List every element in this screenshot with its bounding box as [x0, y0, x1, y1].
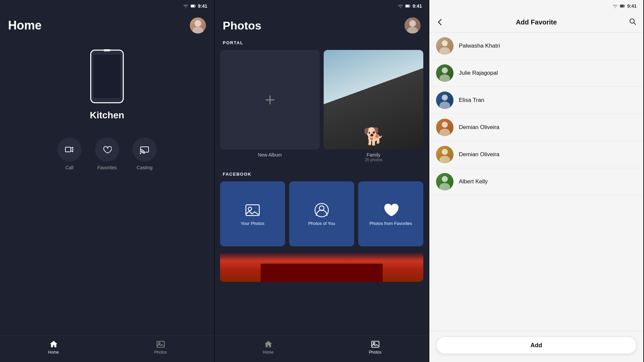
nav-photos-label-2: Photos [369, 350, 381, 355]
user-avatar-home[interactable] [190, 17, 206, 34]
family-album-card[interactable]: Family 35 photos [324, 50, 423, 162]
battery-icon-3 [620, 4, 625, 8]
your-photos-label: Your Photos [238, 221, 267, 226]
contact-albert[interactable]: Albert Kelly [429, 168, 643, 195]
albums-row: New Album Family 35 photos [220, 49, 423, 168]
name-elisa: Elisa Tran [459, 97, 484, 104]
svg-rect-1 [191, 5, 194, 7]
nav-home-label: Home [48, 350, 59, 355]
home-nav-icon [49, 340, 58, 349]
heart-icon [102, 145, 112, 154]
facebook-grid: Your Photos Photos of You Photos from Fa… [220, 180, 423, 252]
avatar-elisa [436, 92, 453, 109]
casting-label: Casting [137, 165, 152, 170]
svg-point-9 [158, 342, 160, 344]
silhouette-julie [436, 64, 453, 82]
avatar-palwasha [436, 37, 453, 55]
photos-screen: 9:41 Photos PORTAL New Albu [215, 0, 429, 362]
avatar-julie [436, 64, 453, 82]
user-avatar-photos[interactable] [405, 17, 421, 34]
photos-nav-icon-active [371, 340, 380, 349]
avatar-albert [436, 173, 453, 190]
photos-from-favorites-card[interactable]: Photos from Favorites [358, 181, 423, 246]
status-icons-fav: 9:41 [612, 3, 637, 9]
nav-home-2[interactable]: Home [215, 340, 322, 355]
svg-point-22 [373, 342, 375, 344]
svg-point-7 [140, 153, 141, 154]
svg-rect-12 [410, 6, 410, 7]
status-icons-home: 9:41 [183, 3, 207, 9]
svg-point-4 [193, 27, 203, 34]
photos-from-favorites-label: Photos from Favorites [367, 221, 415, 226]
wifi-icon-3 [612, 4, 618, 8]
svg-rect-24 [621, 5, 624, 7]
call-button[interactable]: Call [57, 137, 82, 170]
contact-demian1[interactable]: Demian Oliveira [429, 114, 643, 141]
back-button[interactable] [436, 18, 444, 26]
svg-rect-21 [372, 341, 379, 347]
nav-home-active[interactable]: Home [0, 340, 107, 355]
svg-point-35 [439, 129, 450, 136]
status-time-fav: 9:41 [627, 3, 637, 9]
casting-button-circle [132, 137, 157, 162]
contact-julie[interactable]: Julie Rajagopal [429, 60, 643, 87]
avatar-image-home [190, 17, 206, 34]
silhouette-albert [436, 173, 453, 190]
silhouette-elisa [436, 92, 453, 109]
nav-photos[interactable]: Photos [107, 340, 214, 355]
facebook-section-label: FACEBOOK [220, 168, 423, 180]
device-name-label: Kitchen [90, 110, 124, 121]
svg-point-33 [439, 102, 450, 109]
contact-demian2[interactable]: Demian Oliveira [429, 141, 643, 168]
photos-of-you-icon [314, 202, 330, 218]
status-icons-photos: 9:41 [398, 3, 422, 9]
photos-of-you-card[interactable]: Photos of You [289, 181, 354, 246]
svg-point-18 [248, 207, 252, 210]
svg-point-13 [409, 20, 416, 27]
name-demian1: Demian Oliveira [459, 124, 499, 131]
search-button[interactable] [629, 17, 637, 27]
add-favorite-screen: 9:41 Add Favorite [429, 0, 644, 362]
svg-line-27 [634, 23, 636, 25]
photos-header: Photos [215, 12, 429, 36]
call-button-circle [57, 137, 82, 162]
search-icon [629, 17, 637, 25]
status-time-home: 9:41 [198, 3, 207, 9]
video-call-icon [65, 145, 74, 154]
photos-content: PORTAL New Album Family 35 photos [215, 36, 429, 362]
your-photos-card[interactable]: Your Photos [220, 181, 285, 246]
contact-palwasha[interactable]: Palwasha Khatri [429, 33, 643, 60]
nav-photos-active[interactable]: Photos [322, 340, 429, 355]
casting-button[interactable]: Casting [132, 137, 157, 170]
back-arrow-icon [436, 18, 444, 26]
add-button-container: Add [429, 331, 643, 362]
photos-of-you-label: Photos of You [306, 221, 338, 226]
home-header: Home [0, 12, 214, 36]
svg-point-36 [442, 149, 448, 155]
portal-section-label: PORTAL [220, 36, 423, 49]
favorites-label: Favorites [97, 165, 117, 170]
bottom-nav-photos: Home Photos [215, 335, 429, 362]
contact-elisa[interactable]: Elisa Tran [429, 87, 643, 114]
avatar-image-photos [405, 17, 421, 34]
new-album-card[interactable]: New Album [220, 50, 320, 162]
battery-icon [191, 4, 196, 8]
recent-photos-strip [220, 252, 423, 282]
name-palwasha: Palwasha Khatri [459, 43, 500, 49]
wifi-icon [183, 4, 189, 8]
your-photos-icon [245, 202, 261, 218]
status-bar-fav: 9:41 [429, 0, 643, 12]
favorites-button[interactable]: Favorites [95, 137, 119, 170]
avatar-demian1 [436, 119, 453, 136]
svg-rect-8 [157, 341, 164, 347]
svg-rect-25 [624, 6, 625, 7]
status-time-photos: 9:41 [413, 3, 422, 9]
battery-icon-2 [405, 4, 411, 8]
home-screen: 9:41 Home Kitchen Call [0, 0, 215, 362]
svg-point-31 [439, 74, 450, 82]
svg-point-29 [439, 47, 450, 55]
family-album-label: Family [367, 152, 380, 158]
photos-favorites-icon [383, 202, 399, 218]
photos-nav-icon [156, 340, 165, 349]
add-favorite-button[interactable]: Add [436, 337, 637, 354]
